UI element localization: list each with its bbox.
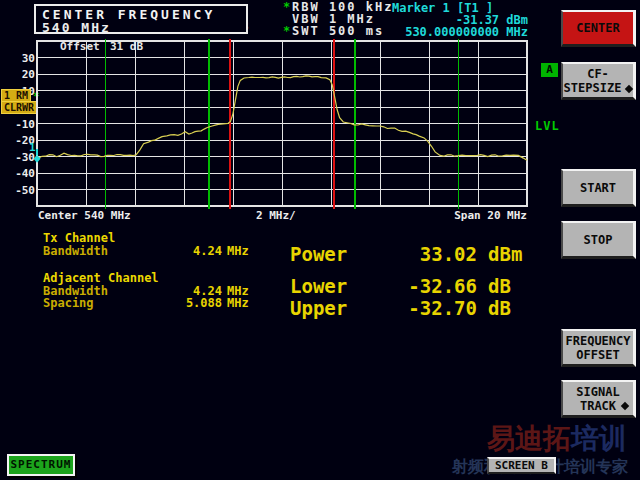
coupled-asterisk-icon: *: [283, 1, 292, 13]
spectrum-mode-button[interactable]: SPECTRUM: [7, 454, 75, 476]
marker-number-label: 1: [29, 141, 36, 154]
spectrum-plot: [0, 0, 640, 480]
acquisition-settings: *RBW 100 kHzVBW 1 MHz*SWT 500 ms: [283, 1, 393, 37]
coupled-asterisk-icon: *: [283, 25, 292, 37]
acquisition-row: *SWT 500 ms: [283, 25, 393, 37]
screen-b-button[interactable]: SCREEN B: [487, 457, 556, 474]
marker-diamond-icon: [34, 155, 41, 163]
marker-frequency: 530.000000000 MHz: [405, 26, 528, 38]
center-frequency-dialog[interactable]: CENTER FREQUENCY 540 MHz: [34, 4, 248, 34]
center-frequency-value-field[interactable]: 540 MHz: [42, 20, 111, 35]
acquisition-text: SWT 500 ms: [292, 24, 384, 38]
spectrum-analyzer-screen: CENTER FREQUENCY 540 MHz B *RBW 100 kHzV…: [0, 0, 640, 480]
